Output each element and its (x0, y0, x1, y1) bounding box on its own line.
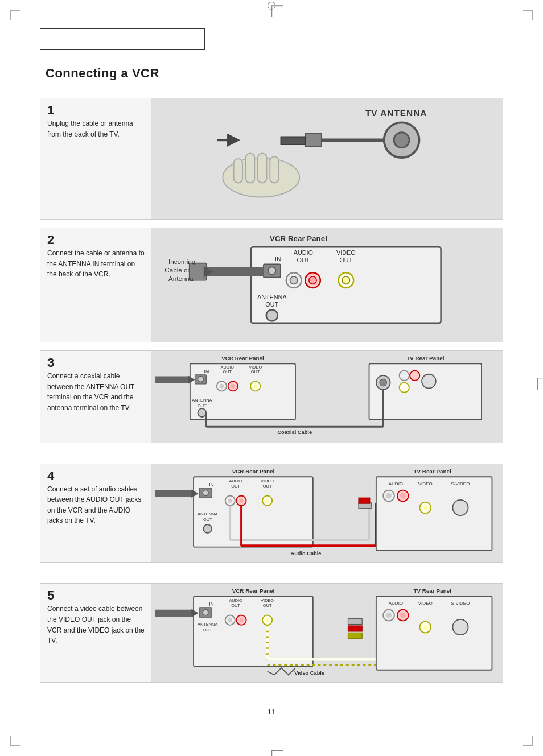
svg-text:TV  Rear  Panel: TV Rear Panel (406, 355, 445, 361)
svg-text:OUT: OUT (198, 403, 207, 408)
svg-text:OUT: OUT (265, 301, 278, 308)
svg-text:OUT: OUT (203, 627, 212, 633)
svg-text:VIDEO: VIDEO (418, 481, 433, 486)
svg-point-82 (265, 498, 269, 502)
svg-point-61 (422, 374, 436, 389)
svg-point-50 (253, 384, 257, 388)
step-4-svg: VCR Rear Panel IN AUDIO OUT VIDEO OUT (151, 464, 503, 563)
svg-point-40 (198, 377, 203, 382)
svg-point-29 (266, 309, 278, 321)
corner-mark-tl (10, 10, 20, 20)
svg-text:Coaxial  Cable: Coaxial Cable (277, 429, 312, 435)
svg-text:VCR  Rear  Panel: VCR Rear Panel (221, 355, 264, 361)
svg-point-105 (452, 500, 468, 515)
steps-list: 1 Unplug the cable or antenna from the b… (40, 98, 503, 691)
svg-point-140 (400, 613, 406, 618)
svg-text:AUDIO: AUDIO (389, 481, 403, 486)
svg-text:S-VIDEO: S-VIDEO (451, 481, 470, 486)
svg-text:OUT: OUT (339, 257, 352, 263)
step-1-description: Unplug the cable or antenna from the bac… (47, 118, 146, 139)
page-number: 11 (40, 708, 503, 716)
svg-point-78 (239, 498, 243, 502)
svg-rect-4 (305, 134, 322, 147)
svg-text:VIDEO: VIDEO (418, 601, 433, 606)
cross-circle (268, 2, 275, 10)
step-4-row: 4 Connect a set of audio cables between … (40, 464, 503, 563)
step-1-text: 1 Unplug the cable or antenna from the b… (40, 98, 151, 219)
svg-text:ANTENNA: ANTENNA (198, 622, 217, 627)
top-placeholder-rect (40, 28, 205, 50)
svg-text:OUT: OUT (251, 370, 260, 375)
svg-rect-7 (246, 153, 254, 183)
svg-rect-93 (359, 498, 370, 503)
svg-rect-135 (376, 597, 492, 671)
svg-point-60 (400, 383, 409, 393)
svg-text:OUT: OUT (231, 603, 240, 608)
svg-rect-10 (281, 137, 305, 144)
svg-point-16 (268, 267, 275, 274)
svg-text:TV ANTENNA: TV ANTENNA (365, 108, 427, 118)
svg-point-22 (309, 276, 316, 284)
svg-rect-66 (155, 377, 190, 383)
step-5-diagram: VCR Rear Panel IN ANTENNA OUT AUDIO OUT (151, 584, 503, 682)
svg-text:OUT: OUT (297, 257, 310, 263)
svg-point-119 (228, 618, 232, 622)
step-4-text: 4 Connect a set of audio cables between … (40, 464, 151, 563)
svg-point-53 (198, 408, 206, 417)
corner-mark-bl (10, 736, 20, 746)
svg-point-125 (265, 618, 269, 622)
svg-text:ANTENNA: ANTENNA (257, 294, 287, 300)
step-1-row: 1 Unplug the cable or antenna from the b… (40, 98, 503, 220)
step-4-description: Connect a set of audio cables between th… (47, 484, 146, 526)
svg-text:OUT: OUT (263, 603, 272, 608)
step-5-svg: VCR Rear Panel IN ANTENNA OUT AUDIO OUT (151, 584, 503, 682)
svg-point-58 (400, 371, 409, 381)
svg-text:TV  Rear  Panel: TV Rear Panel (413, 468, 451, 474)
svg-text:Video  Cable: Video Cable (294, 671, 324, 676)
svg-rect-147 (155, 610, 194, 617)
svg-text:Cable  or: Cable or (164, 266, 190, 274)
svg-rect-9 (270, 156, 278, 183)
step-1-diagram: TV ANTENNA (151, 98, 503, 219)
step-4-diagram: VCR Rear Panel IN AUDIO OUT VIDEO OUT (151, 464, 503, 563)
step-4-number: 4 (47, 470, 146, 482)
svg-text:VCR  Rear  Panel: VCR Rear Panel (232, 588, 275, 594)
svg-text:ANTENNA: ANTENNA (198, 511, 217, 517)
step-3-row: 3 Connect a coaxial cable between the AN… (40, 350, 503, 443)
svg-point-26 (342, 276, 349, 284)
step-2-svg: VCR Rear Panel IN AUDIO OUT (151, 228, 503, 342)
step-2-text: 2 Connect the cable or antenna to the AN… (40, 228, 151, 342)
svg-point-72 (203, 490, 208, 495)
corner-mark-tr (523, 10, 533, 20)
step-1-svg: TV ANTENNA (151, 98, 503, 219)
svg-text:VCR  Rear  Panel: VCR Rear Panel (232, 468, 275, 474)
step-3-svg: VCR Rear Panel IN AUDIO OUT VIDEO OUT (151, 351, 503, 442)
svg-text:AUDIO: AUDIO (389, 601, 403, 606)
svg-rect-130 (348, 619, 363, 625)
svg-text:Incoming: Incoming (168, 258, 195, 265)
svg-rect-132 (348, 633, 363, 639)
svg-rect-107 (155, 490, 194, 497)
svg-text:Antenna: Antenna (168, 275, 194, 282)
page-content: Connecting a VCR 1 Unplug the cable or a… (0, 0, 543, 750)
svg-text:OUT: OUT (223, 370, 232, 375)
svg-rect-30 (204, 267, 263, 276)
svg-text:OUT: OUT (203, 517, 212, 522)
svg-rect-131 (348, 626, 363, 631)
svg-rect-8 (258, 153, 266, 183)
svg-text:IN: IN (209, 602, 214, 608)
svg-point-138 (386, 613, 392, 618)
svg-rect-6 (234, 159, 242, 183)
svg-rect-55 (369, 363, 482, 420)
step-2-diagram: VCR Rear Panel IN AUDIO OUT (151, 228, 503, 342)
svg-point-2 (394, 133, 409, 148)
svg-point-100 (400, 493, 406, 498)
svg-text:IN: IN (275, 255, 282, 262)
svg-point-57 (380, 379, 386, 386)
svg-point-145 (452, 619, 468, 635)
svg-text:OUT: OUT (263, 483, 272, 488)
corner-mark-br (523, 736, 533, 746)
svg-rect-95 (376, 477, 492, 551)
step-2-row: 2 Connect the cable or antenna to the AN… (40, 228, 503, 342)
svg-point-76 (228, 498, 232, 502)
